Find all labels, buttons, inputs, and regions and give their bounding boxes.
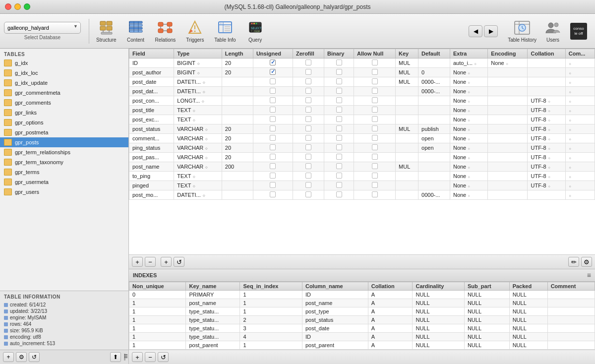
relations-button[interactable]: Relations xyxy=(150,17,181,46)
svg-text:SELECT: SELECT xyxy=(251,26,262,30)
index-cell: 1 xyxy=(240,291,302,299)
table-row[interactable]: post_exc...TEXT ⬦None ⬦UTF-8 ⬦⬦ xyxy=(129,115,595,124)
table-row[interactable]: post_dateDATETI... ⬦MUL0000-...None ⬦⬦ xyxy=(129,77,595,87)
field-cell: TEXT ⬦ xyxy=(174,115,222,124)
index-cell: post_parent xyxy=(302,341,368,350)
refresh-fields-button[interactable]: ↺ xyxy=(174,257,184,267)
svg-point-34 xyxy=(251,23,252,24)
table-row[interactable]: post_titleTEXT ⬦None ⬦UTF-8 ⬦⬦ xyxy=(129,106,595,115)
fields-table-container[interactable]: FieldTypeLengthUnsignedZerofillBinaryAll… xyxy=(129,49,595,254)
indexes-menu-icon[interactable]: ≡ xyxy=(587,271,591,279)
info-label: rows: 464 xyxy=(10,321,31,327)
db-select-dropdown[interactable]: galleonp_halyard xyxy=(4,22,81,34)
table-row[interactable]: post_con...LONGT... ⬦None ⬦UTF-8 ⬦⬦ xyxy=(129,96,595,106)
sidebar-item-gpr_term_taxonomy[interactable]: gpr_term_taxonomy xyxy=(0,157,128,167)
table-row[interactable]: post_statusVARCHAR ⬦20MULpublishNone ⬦UT… xyxy=(129,124,595,134)
triggers-button[interactable]: Triggers xyxy=(180,17,209,46)
db-select-wrapper[interactable]: galleonp_halyard xyxy=(4,22,81,34)
remove-index-button[interactable]: − xyxy=(145,352,156,362)
table-row[interactable]: post_dat...DATETI... ⬦0000-...None ⬦⬦ xyxy=(129,87,595,96)
sidebar-resize-handle[interactable]: ⠿ xyxy=(124,354,125,361)
table-history-button[interactable]: Table History xyxy=(504,17,540,45)
sidebar-item-gpr_postmeta[interactable]: gpr_postmeta xyxy=(0,127,128,137)
indexes-section: INDEXES ≡ Non_uniqueKey_nameSeq_in_index… xyxy=(129,269,595,364)
index-row[interactable]: 1type_statu...4IDANULLNULLNULL xyxy=(129,333,595,341)
users-button[interactable]: Users xyxy=(540,17,565,45)
indexes-table-container[interactable]: Non_uniqueKey_nameSeq_in_indexColumn_nam… xyxy=(129,282,595,350)
sidebar-item-gpr_posts[interactable]: gpr_posts xyxy=(0,137,128,147)
field-cell xyxy=(253,153,293,162)
close-button[interactable] xyxy=(5,3,11,10)
table-row[interactable]: post_nameVARCHAR ⬦200MULNone ⬦UTF-8 ⬦⬦ xyxy=(129,162,595,172)
index-row[interactable]: 1post_parent1post_parentANULLNULLNULL xyxy=(129,341,595,350)
table-row[interactable]: IDBIGINT ⬦20MULauto_i... ⬦None ⬦⬦ xyxy=(129,59,595,68)
sidebar-item-gpr_links[interactable]: gpr_links xyxy=(0,108,128,118)
table-row[interactable]: comment...VARCHAR ⬦20openNone ⬦UTF-8 ⬦⬦ xyxy=(129,134,595,143)
sidebar-item-gpr_commentmeta[interactable]: gpr_commentmeta xyxy=(0,88,128,98)
index-cell: ID xyxy=(302,333,368,341)
info-label: size: 965.9 KiB xyxy=(10,328,43,333)
table-icon xyxy=(4,119,12,126)
add-table-button[interactable]: + xyxy=(3,352,14,362)
index-row[interactable]: 0PRIMARY1IDANULLNULLNULL xyxy=(129,291,595,299)
add-field-2-button[interactable]: + xyxy=(161,257,172,267)
field-cell: post_con... xyxy=(129,96,174,106)
sidebar-item-gpr_term_relationships[interactable]: gpr_term_relationships xyxy=(0,147,128,157)
window-controls[interactable] xyxy=(5,3,30,10)
sidebar-item-gpr_terms[interactable]: gpr_terms xyxy=(0,167,128,177)
nav-back-button[interactable]: ◀ xyxy=(469,25,482,37)
index-row[interactable]: 1type_statu...2post_statusANULLNULLNULL xyxy=(129,316,595,324)
console-button[interactable]: console off xyxy=(566,21,591,42)
add-index-button[interactable]: + xyxy=(132,352,143,362)
maximize-button[interactable] xyxy=(24,3,30,10)
info-label: created: 6/14/12 xyxy=(10,302,46,307)
field-cell: UTF-8 ⬦ xyxy=(528,153,565,162)
table-name: gpr_postmeta xyxy=(15,129,48,135)
table-row[interactable]: post_mo...DATETI... ⬦0000-...None ⬦⬦ xyxy=(129,190,595,200)
col-header-field: Field xyxy=(129,49,174,59)
field-cell xyxy=(293,143,324,153)
table-info-button[interactable]: i Table Info xyxy=(209,17,240,46)
add-field-button[interactable]: + xyxy=(132,257,143,267)
index-row[interactable]: 1post_name1post_nameANULLNULLNULL xyxy=(129,299,595,307)
table-row[interactable]: to_pingTEXT ⬦None ⬦UTF-8 ⬦⬦ xyxy=(129,172,595,181)
minimize-button[interactable] xyxy=(14,3,21,10)
field-cell: ⬦ xyxy=(565,96,595,106)
sidebar-item-g_idx_update[interactable]: g_idx_update xyxy=(0,78,128,88)
index-cell: PRIMARY xyxy=(186,291,240,299)
field-cell xyxy=(354,134,396,143)
query-button[interactable]: SELECT * FROM Query xyxy=(241,17,270,46)
table-name: gpr_term_taxonomy xyxy=(15,159,63,165)
col-header-binary: Binary xyxy=(324,49,354,59)
table-row[interactable]: ping_statusVARCHAR ⬦20openNone ⬦UTF-8 ⬦⬦ xyxy=(129,143,595,153)
svg-rect-1 xyxy=(107,21,112,25)
remove-field-button[interactable]: − xyxy=(145,257,156,267)
edit-button[interactable]: ✏ xyxy=(568,257,579,267)
sidebar-item-g_idx[interactable]: g_idx xyxy=(0,58,128,68)
refresh-button[interactable]: ↺ xyxy=(29,352,40,362)
sidebar-item-gpr_usermeta[interactable]: gpr_usermeta xyxy=(0,177,128,187)
sidebar-item-g_idx_loc[interactable]: g_idx_loc xyxy=(0,68,128,78)
table-row[interactable]: pingedTEXT ⬦None ⬦UTF-8 ⬦⬦ xyxy=(129,181,595,190)
settings-button[interactable]: ⚙ xyxy=(16,352,27,362)
table-info-label: Table Info xyxy=(214,37,236,43)
index-row[interactable]: 1type_statu...1post_typeANULLNULLNULL xyxy=(129,307,595,316)
tables-header: TABLES xyxy=(0,49,128,58)
gear-button[interactable]: ⚙ xyxy=(581,257,592,267)
refresh-indexes-button[interactable]: ↺ xyxy=(158,352,169,362)
table-row[interactable]: post_pas...VARCHAR ⬦20None ⬦UTF-8 ⬦⬦ xyxy=(129,153,595,162)
index-row[interactable]: 1type_statu...3post_dateANULLNULLNULL xyxy=(129,324,595,333)
content-button[interactable]: Content xyxy=(121,17,150,46)
field-cell: post_pas... xyxy=(129,153,174,162)
table-name: gpr_comments xyxy=(15,100,51,106)
field-cell xyxy=(354,124,396,134)
structure-button[interactable]: Structure xyxy=(91,17,121,46)
field-cell xyxy=(293,115,324,124)
sidebar-item-gpr_comments[interactable]: gpr_comments xyxy=(0,98,128,108)
field-cell xyxy=(253,77,293,87)
table-row[interactable]: post_authorBIGINT ⬦20MUL0None ⬦⬦ xyxy=(129,68,595,77)
sidebar-item-gpr_users[interactable]: gpr_users xyxy=(0,187,128,197)
sidebar-item-gpr_options[interactable]: gpr_options xyxy=(0,118,128,127)
export-button[interactable]: ⬆ xyxy=(110,352,121,362)
nav-forward-button[interactable]: ▶ xyxy=(484,25,498,37)
